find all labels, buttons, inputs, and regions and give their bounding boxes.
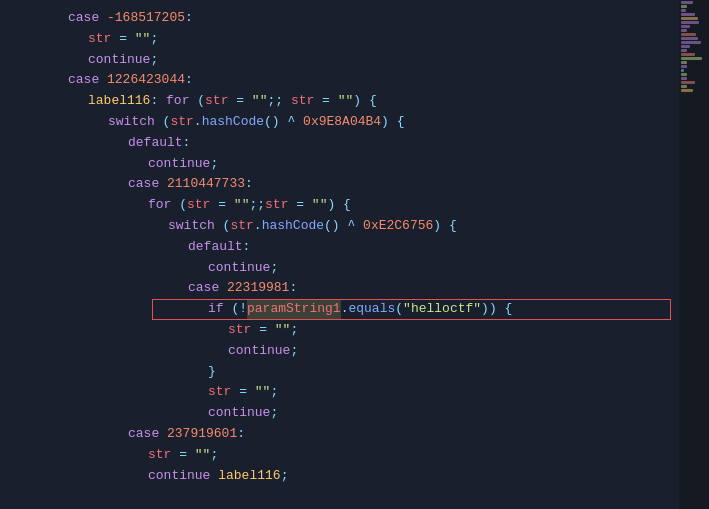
code-line-9: case 2110447733:	[0, 174, 709, 195]
code-line-13: continue;	[0, 258, 709, 279]
code-line-2: str = "";	[0, 29, 709, 50]
code-line-11: switch (str.hashCode() ^ 0xE2C6756) {	[0, 216, 709, 237]
minimap[interactable]	[679, 0, 709, 509]
code-line-8: continue;	[0, 154, 709, 175]
code-line-4: case 1226423044:	[0, 70, 709, 91]
code-line-6: switch (str.hashCode() ^ 0x9E8A04B4) {	[0, 112, 709, 133]
code-line-14: case 22319981:	[0, 278, 709, 299]
minimap-content	[679, 1, 709, 509]
code-line-10: for (str = "";;str = "") {	[0, 195, 709, 216]
code-editor: case -168517205: str = ""; continue; cas…	[0, 0, 709, 494]
code-line-1: case -168517205:	[0, 8, 709, 29]
code-line-19: str = "";	[0, 382, 709, 403]
code-line-5: label116: for (str = "";; str = "") {	[0, 91, 709, 112]
code-line-7: default:	[0, 133, 709, 154]
code-line-21: case 237919601:	[0, 424, 709, 445]
code-line-3: continue;	[0, 50, 709, 71]
code-line-16: str = "";	[0, 320, 709, 341]
code-line-20: continue;	[0, 403, 709, 424]
code-line-15-highlighted: if (!paramString1.equals("helloctf")) {	[0, 299, 709, 320]
code-line-18: }	[0, 362, 709, 383]
code-line-23: continue label116;	[0, 466, 709, 487]
code-line-22: str = "";	[0, 445, 709, 466]
code-line-17: continue;	[0, 341, 709, 362]
code-line-12: default:	[0, 237, 709, 258]
